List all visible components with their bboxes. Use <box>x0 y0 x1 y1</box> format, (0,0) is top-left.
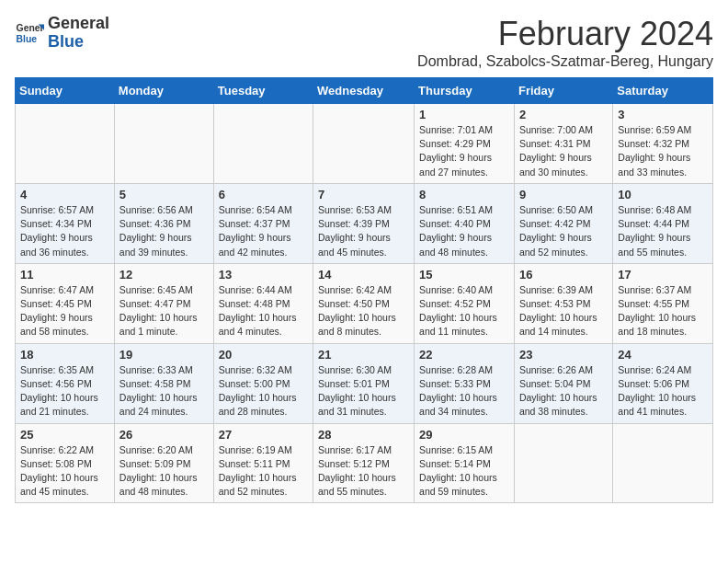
day-number: 11 <box>20 268 109 282</box>
calendar-cell: 26Sunrise: 6:20 AM Sunset: 5:09 PM Dayli… <box>114 423 213 503</box>
calendar-cell: 13Sunrise: 6:44 AM Sunset: 4:48 PM Dayli… <box>213 263 313 343</box>
day-number: 22 <box>419 348 509 362</box>
day-number: 21 <box>318 348 409 362</box>
day-info: Sunrise: 6:37 AM Sunset: 4:55 PM Dayligh… <box>618 283 708 339</box>
day-info: Sunrise: 6:42 AM Sunset: 4:50 PM Dayligh… <box>318 283 409 339</box>
day-number: 13 <box>219 268 308 282</box>
day-info: Sunrise: 6:17 AM Sunset: 5:12 PM Dayligh… <box>318 443 409 500</box>
day-number: 2 <box>519 108 608 121</box>
calendar-cell: 12Sunrise: 6:45 AM Sunset: 4:47 PM Dayli… <box>114 263 213 343</box>
calendar-table: SundayMondayTuesdayWednesdayThursdayFrid… <box>15 77 713 503</box>
calendar-cell: 6Sunrise: 6:54 AM Sunset: 4:37 PM Daylig… <box>213 183 313 263</box>
calendar-cell: 1Sunrise: 7:01 AM Sunset: 4:29 PM Daylig… <box>415 104 515 184</box>
calendar-cell: 25Sunrise: 6:22 AM Sunset: 5:08 PM Dayli… <box>16 423 115 503</box>
day-number: 20 <box>219 348 308 362</box>
day-info: Sunrise: 7:01 AM Sunset: 4:29 PM Dayligh… <box>419 123 509 179</box>
logo-icon: General Blue <box>15 18 44 48</box>
calendar-cell: 29Sunrise: 6:15 AM Sunset: 5:14 PM Dayli… <box>415 423 515 503</box>
calendar-cell: 17Sunrise: 6:37 AM Sunset: 4:55 PM Dayli… <box>613 263 713 343</box>
weekday-header-wednesday: Wednesday <box>313 78 415 104</box>
day-info: Sunrise: 6:33 AM Sunset: 4:58 PM Dayligh… <box>119 363 209 419</box>
week-row-4: 18Sunrise: 6:35 AM Sunset: 4:56 PM Dayli… <box>16 343 713 423</box>
day-info: Sunrise: 6:19 AM Sunset: 5:11 PM Dayligh… <box>219 443 308 500</box>
day-number: 17 <box>618 268 708 282</box>
day-info: Sunrise: 6:39 AM Sunset: 4:53 PM Dayligh… <box>519 283 608 339</box>
day-number: 25 <box>20 428 109 442</box>
weekday-header-thursday: Thursday <box>415 78 515 104</box>
day-number: 27 <box>219 428 308 442</box>
day-number: 3 <box>618 108 708 121</box>
day-info: Sunrise: 6:15 AM Sunset: 5:14 PM Dayligh… <box>419 443 509 500</box>
day-number: 15 <box>419 268 509 282</box>
calendar-cell: 18Sunrise: 6:35 AM Sunset: 4:56 PM Dayli… <box>16 343 115 423</box>
calendar-cell: 24Sunrise: 6:24 AM Sunset: 5:06 PM Dayli… <box>613 343 713 423</box>
day-info: Sunrise: 6:40 AM Sunset: 4:52 PM Dayligh… <box>419 283 509 339</box>
calendar-cell <box>213 104 313 184</box>
day-info: Sunrise: 6:24 AM Sunset: 5:06 PM Dayligh… <box>618 363 708 419</box>
svg-text:Blue: Blue <box>17 33 38 43</box>
weekday-header-row: SundayMondayTuesdayWednesdayThursdayFrid… <box>16 78 713 104</box>
calendar-cell: 4Sunrise: 6:57 AM Sunset: 4:34 PM Daylig… <box>16 183 115 263</box>
week-row-3: 11Sunrise: 6:47 AM Sunset: 4:45 PM Dayli… <box>16 263 713 343</box>
day-info: Sunrise: 6:59 AM Sunset: 4:32 PM Dayligh… <box>618 123 708 179</box>
calendar-cell: 22Sunrise: 6:28 AM Sunset: 5:33 PM Dayli… <box>415 343 515 423</box>
calendar-cell: 15Sunrise: 6:40 AM Sunset: 4:52 PM Dayli… <box>415 263 515 343</box>
calendar-cell: 16Sunrise: 6:39 AM Sunset: 4:53 PM Dayli… <box>514 263 612 343</box>
day-info: Sunrise: 6:26 AM Sunset: 5:04 PM Dayligh… <box>519 363 608 419</box>
day-number: 19 <box>119 348 209 362</box>
calendar-cell <box>114 104 213 184</box>
day-number: 29 <box>419 428 509 442</box>
day-info: Sunrise: 6:48 AM Sunset: 4:44 PM Dayligh… <box>618 203 708 259</box>
weekday-header-saturday: Saturday <box>613 78 713 104</box>
calendar-cell: 5Sunrise: 6:56 AM Sunset: 4:36 PM Daylig… <box>114 183 213 263</box>
day-info: Sunrise: 6:45 AM Sunset: 4:47 PM Dayligh… <box>119 283 209 339</box>
calendar-cell: 28Sunrise: 6:17 AM Sunset: 5:12 PM Dayli… <box>313 423 415 503</box>
weekday-header-sunday: Sunday <box>16 78 115 104</box>
day-number: 23 <box>519 348 608 362</box>
week-row-1: 1Sunrise: 7:01 AM Sunset: 4:29 PM Daylig… <box>16 104 713 184</box>
title-area: February 2024 Dombrad, Szabolcs-Szatmar-… <box>417 15 713 70</box>
day-number: 7 <box>318 188 409 201</box>
day-info: Sunrise: 6:32 AM Sunset: 5:00 PM Dayligh… <box>219 363 308 419</box>
day-number: 6 <box>219 188 308 201</box>
day-number: 16 <box>519 268 608 282</box>
day-number: 10 <box>618 188 708 201</box>
calendar-cell: 23Sunrise: 6:26 AM Sunset: 5:04 PM Dayli… <box>514 343 612 423</box>
calendar-cell: 10Sunrise: 6:48 AM Sunset: 4:44 PM Dayli… <box>613 183 713 263</box>
day-number: 5 <box>119 188 209 201</box>
location-title: Dombrad, Szabolcs-Szatmar-Bereg, Hungary <box>417 53 713 70</box>
calendar-cell: 8Sunrise: 6:51 AM Sunset: 4:40 PM Daylig… <box>415 183 515 263</box>
calendar-cell <box>16 104 115 184</box>
weekday-header-friday: Friday <box>514 78 612 104</box>
calendar-cell: 3Sunrise: 6:59 AM Sunset: 4:32 PM Daylig… <box>613 104 713 184</box>
calendar-cell: 11Sunrise: 6:47 AM Sunset: 4:45 PM Dayli… <box>16 263 115 343</box>
day-number: 18 <box>20 348 109 362</box>
day-number: 9 <box>519 188 608 201</box>
day-number: 14 <box>318 268 409 282</box>
day-info: Sunrise: 6:57 AM Sunset: 4:34 PM Dayligh… <box>20 203 109 259</box>
calendar-cell: 20Sunrise: 6:32 AM Sunset: 5:00 PM Dayli… <box>213 343 313 423</box>
calendar-cell: 7Sunrise: 6:53 AM Sunset: 4:39 PM Daylig… <box>313 183 415 263</box>
day-number: 8 <box>419 188 509 201</box>
day-info: Sunrise: 6:28 AM Sunset: 5:33 PM Dayligh… <box>419 363 509 419</box>
calendar-cell <box>613 423 713 503</box>
page-header: General Blue General Blue February 2024 … <box>15 15 713 70</box>
day-info: Sunrise: 6:44 AM Sunset: 4:48 PM Dayligh… <box>219 283 308 339</box>
day-info: Sunrise: 6:50 AM Sunset: 4:42 PM Dayligh… <box>519 203 608 259</box>
calendar-cell: 19Sunrise: 6:33 AM Sunset: 4:58 PM Dayli… <box>114 343 213 423</box>
calendar-cell: 21Sunrise: 6:30 AM Sunset: 5:01 PM Dayli… <box>313 343 415 423</box>
day-info: Sunrise: 6:51 AM Sunset: 4:40 PM Dayligh… <box>419 203 509 259</box>
week-row-5: 25Sunrise: 6:22 AM Sunset: 5:08 PM Dayli… <box>16 423 713 503</box>
day-info: Sunrise: 6:56 AM Sunset: 4:36 PM Dayligh… <box>119 203 209 259</box>
weekday-header-monday: Monday <box>114 78 213 104</box>
calendar-cell <box>313 104 415 184</box>
day-info: Sunrise: 7:00 AM Sunset: 4:31 PM Dayligh… <box>519 123 608 179</box>
calendar-cell <box>514 423 612 503</box>
day-number: 1 <box>419 108 509 121</box>
day-number: 28 <box>318 428 409 442</box>
week-row-2: 4Sunrise: 6:57 AM Sunset: 4:34 PM Daylig… <box>16 183 713 263</box>
day-info: Sunrise: 6:47 AM Sunset: 4:45 PM Dayligh… <box>20 283 109 339</box>
calendar-cell: 2Sunrise: 7:00 AM Sunset: 4:31 PM Daylig… <box>514 104 612 184</box>
day-info: Sunrise: 6:30 AM Sunset: 5:01 PM Dayligh… <box>318 363 409 419</box>
weekday-header-tuesday: Tuesday <box>213 78 313 104</box>
